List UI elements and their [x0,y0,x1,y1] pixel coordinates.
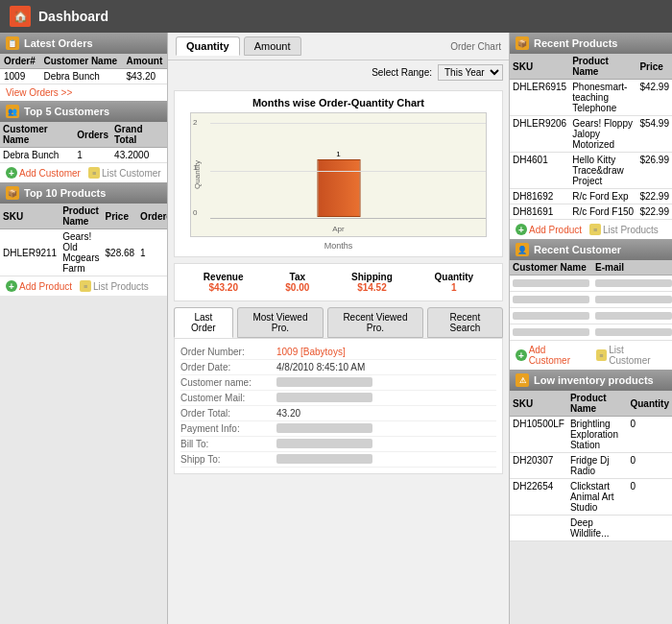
rp-sku: DH81692 [510,189,569,204]
view-orders-link[interactable]: View Orders >> [0,84,167,101]
table-row [510,324,672,341]
tab-recent-search[interactable]: Recent Search [427,307,503,338]
x-axis-title: Months [180,241,496,251]
col-pname: Product Name [60,204,102,229]
tab-recent-viewed[interactable]: Recent Viewed Pro. [327,307,423,338]
orders-icon: 📋 [6,36,19,50]
li-qty: 0 [627,479,672,516]
table-row: DHLER9206 Gears! Floppy Jalopy Motorized… [510,116,672,153]
add-product-button[interactable]: + Add Product [6,280,72,292]
col-order: Order# [0,54,39,69]
customer-orders: 1 [74,148,111,163]
customer-mail-blurred [276,393,372,402]
order-id: 1009 [0,69,39,84]
col-orders: Orders [74,122,111,148]
rp-name: Phonesmart-teaching Telephone [569,80,636,116]
revenue-value: $43.20 [204,282,244,293]
table-row: DH20307 Fridge Dj Radio 0 [510,453,672,479]
chart-controls: Select Range: This Year Last Year [168,60,509,84]
add-rp-button[interactable]: + Add Product [516,224,582,235]
add-icon: + [6,167,17,179]
main-content: 📋 Latest Orders Order# Customer Name Amo… [0,33,672,624]
range-select[interactable]: This Year Last Year [438,64,503,81]
customer-name-row: Customer name: [180,375,496,391]
tab-amount[interactable]: Amount [244,36,301,56]
rc-name-blurred4 [510,324,592,341]
rp-sku: DHLER9206 [510,116,569,153]
bar-value-label: 1 [336,150,340,158]
add-rc-button[interactable]: + Add Customer [516,345,588,366]
table-row: DHLER9211 Gears! Old Mcgears Farm $28.68… [0,229,168,276]
rp-name: Gears! Floppy Jalopy Motorized [569,116,636,153]
order-chart-label: Order Chart [450,41,501,52]
summary-row: Revenue $43.20 Tax $0.00 Shipping $14.52… [174,263,503,301]
x-tick-label: Apr [332,225,344,233]
y-tick-0: 0 [193,208,210,217]
list-rc-button[interactable]: ≡ List Customer [596,345,666,366]
rc-name-blurred2 [510,292,592,308]
top5-header: 👥 Top 5 Customers [0,101,167,122]
rp-sku: DH4601 [510,153,569,189]
bill-to-blurred [276,439,372,448]
home-icon[interactable]: 🏠 [10,6,31,27]
tab-most-viewed[interactable]: Most Viewed Pro. [237,307,324,338]
col-amount: Amount [122,54,167,69]
payment-info-label: Payment Info: [180,423,276,434]
bottom-tabs: Last Order Most Viewed Pro. Recent Viewe… [168,301,509,338]
order-customer: Debra Bunch [39,69,122,84]
table-row: DH10500LF Brightling Exploration Station… [510,417,672,453]
header: 🏠 Dashboard [0,0,672,33]
table-row: DH81691 R/c Ford F150 $22.99 [510,204,672,220]
rc-email-blurred4 [592,324,672,341]
rp-price: $42.99 [636,80,672,116]
list-rp-button[interactable]: ≡ List Products [589,224,659,235]
order-amount: $43.20 [122,69,167,84]
rc-col-email: E-mail [592,260,672,276]
table-row: DHLER6915 Phonesmart-teaching Telephone … [510,80,672,116]
rp-price: $26.99 [636,153,672,189]
tab-quantity[interactable]: Quantity [176,36,240,56]
customer-total: 43.2000 [111,148,167,163]
rp-col-sku: SKU [510,54,569,80]
order-total-label: Order Total: [180,408,276,419]
list-products-button[interactable]: ≡ List Products [80,280,149,292]
order-total-row: Order Total: 43.20 [180,406,496,421]
col-grand: Grand Total [111,122,167,148]
add-product-icon: + [6,280,17,292]
customer-mail-row: Customer Mail: [180,391,496,406]
ship-to-blurred [276,454,372,464]
product-ordered: 1 [137,229,168,276]
rp-price: $22.99 [636,189,672,204]
product-price: $28.68 [103,229,138,276]
ship-to-row: Shipp To: [180,452,496,468]
li-qty [627,516,672,541]
add-rp-icon: + [516,224,527,235]
li-col-sku: SKU [510,391,567,417]
li-qty: 0 [627,417,672,453]
x-axis-line [210,218,486,219]
rc-email-blurred [592,276,672,292]
bill-to-label: Bill To: [180,439,276,449]
li-name: Deep Wildlife... [567,516,628,541]
orders-table: Order# Customer Name Amount 1009 Debra B… [0,54,167,84]
list-customer-button[interactable]: ≡ List Customer [88,167,161,179]
customer-name-label: Customer name: [180,377,276,388]
add-customer-button[interactable]: + Add Customer [6,167,81,179]
rc-email-blurred3 [592,308,672,324]
rp-price: $54.99 [636,116,672,153]
latest-orders-header: 📋 Latest Orders [0,33,167,54]
low-inv-title: Low inventory products [534,374,654,386]
rp-col-name: Product Name [569,54,636,80]
order-number-row: Order Number: 1009 [Babytoys] [180,345,496,360]
top10-table: SKU Product Name Price Ordered DHLER9211… [0,204,168,276]
low-inv-icon: ⚠ [516,373,529,387]
top10-icon: 📦 [6,186,19,200]
table-row: 1009 Debra Bunch $43.20 [0,69,167,84]
list-icon: ≡ [88,167,100,179]
center-panel: Quantity Amount Order Chart Select Range… [168,33,509,624]
order-number-value[interactable]: 1009 [Babytoys] [276,347,346,357]
recent-products-header: 📦 Recent Products [510,33,672,54]
y-tick-2: 2 [193,118,210,127]
tab-last-order[interactable]: Last Order [174,307,233,338]
order-details: Order Number: 1009 [Babytoys] Order Date… [174,338,503,474]
